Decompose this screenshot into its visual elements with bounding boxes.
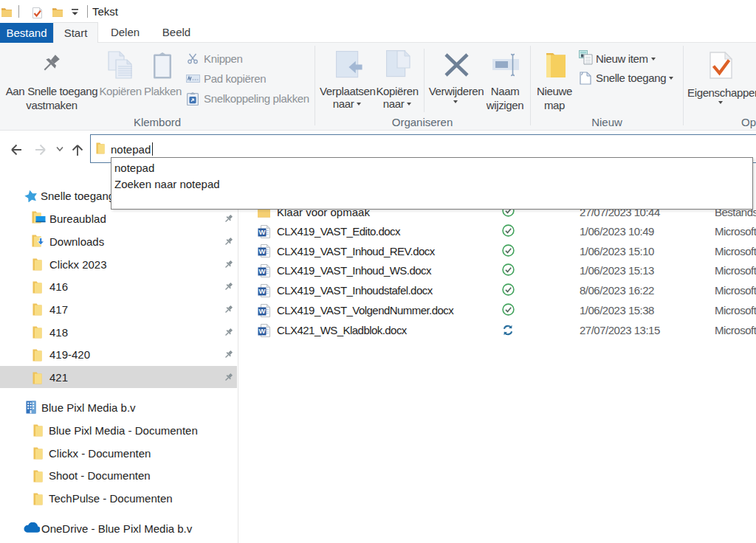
svg-text:W: W — [259, 307, 266, 315]
svg-text:W: W — [259, 247, 266, 255]
svg-text:W: W — [259, 267, 266, 275]
svg-text:W: W — [259, 327, 266, 335]
svg-text:W: W — [259, 287, 266, 295]
svg-text:W: W — [259, 228, 266, 236]
